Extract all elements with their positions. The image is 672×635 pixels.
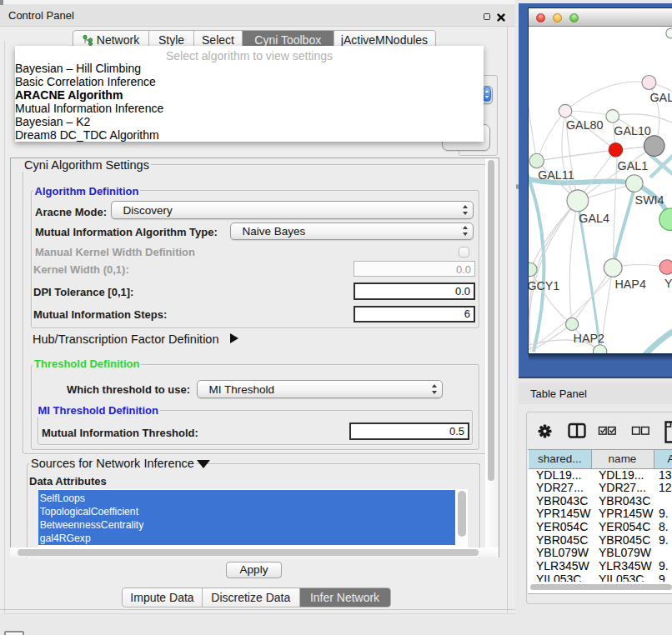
svg-text:HAP2: HAP2 (574, 332, 604, 345)
svg-text:GAL10: GAL10 (614, 124, 651, 138)
svg-text:GAL2: GAL2 (650, 91, 672, 104)
svg-text:GCY1: GCY1 (529, 279, 559, 292)
svg-text:GAL80: GAL80 (566, 118, 604, 132)
svg-text:SWI4: SWI4 (635, 193, 664, 207)
svg-text:HAP4: HAP4 (615, 278, 646, 291)
svg-text:GAL1: GAL1 (618, 159, 649, 172)
svg-text:GAL4: GAL4 (579, 212, 609, 225)
svg-text:Y: Y (664, 277, 672, 290)
svg-text:GAL11: GAL11 (538, 168, 574, 182)
